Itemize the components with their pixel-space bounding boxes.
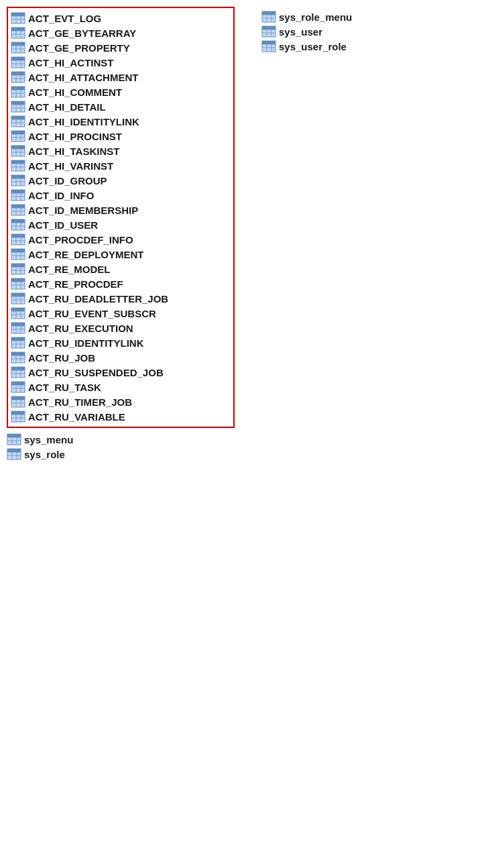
svg-rect-163 (11, 411, 25, 415)
item-label: ACT_ID_INFO (28, 190, 94, 201)
item-label: ACT_ID_GROUP (28, 175, 107, 186)
item-label: ACT_GE_BYTEARRAY (28, 28, 136, 39)
list-item: ACT_HI_IDENTITYLINK (11, 114, 229, 129)
list-item: ACT_RU_TASK (11, 380, 229, 394)
list-item: ACT_HI_COMMENT (11, 85, 229, 99)
svg-rect-139 (11, 352, 25, 356)
table-icon (11, 12, 25, 24)
table-icon (261, 25, 276, 38)
list-item: sys_role_menu (261, 9, 396, 24)
table-icon (11, 307, 25, 319)
table-icon (11, 292, 25, 305)
svg-rect-175 (7, 449, 21, 452)
item-label: ACT_RU_TIMER_JOB (28, 396, 132, 408)
svg-rect-97 (11, 249, 25, 252)
table-icon (11, 145, 25, 157)
svg-rect-169 (7, 434, 21, 437)
item-label: ACT_HI_DETAIL (28, 101, 106, 113)
item-label: ACT_HI_IDENTITYLINK (28, 116, 139, 127)
list-item: ACT_RU_EVENT_SUBSCR (11, 306, 229, 321)
red-box: ACT_EVT_LOGACT_GE_BYTEARRAYACT_GE_PROPER… (7, 7, 235, 428)
table-icon (11, 248, 25, 260)
list-item: ACT_HI_DETAIL (11, 99, 229, 114)
list-item: ACT_RU_SUSPENDED_JOB (11, 365, 229, 380)
item-label: ACT_HI_TASKINST (28, 146, 119, 157)
item-label: ACT_RE_PROCDEF (28, 278, 123, 290)
list-item: sys_user (261, 24, 396, 39)
table-icon (7, 433, 21, 445)
list-item: ACT_RU_VARIABLE (11, 409, 229, 424)
svg-rect-151 (11, 382, 25, 385)
table-icon (11, 322, 25, 334)
item-label: ACT_HI_COMMENT (28, 87, 122, 98)
item-label: ACT_HI_PROCINST (28, 131, 122, 142)
item-label: ACT_ID_MEMBERSHIP (28, 205, 138, 216)
below-box: sys_menusys_role (7, 432, 248, 462)
list-item: ACT_ID_GROUP (11, 173, 229, 188)
table-icon (11, 263, 25, 275)
svg-rect-31 (11, 87, 25, 90)
svg-rect-55 (11, 146, 25, 149)
item-label: ACT_RU_DEADLETTER_JOB (28, 293, 168, 305)
list-item: sys_menu (7, 432, 248, 447)
table-icon (11, 160, 25, 172)
svg-rect-1 (11, 13, 25, 16)
list-item: ACT_HI_ATTACHMENT (11, 70, 229, 85)
table-icon (11, 71, 25, 83)
item-label: ACT_EVT_LOG (28, 13, 101, 24)
svg-rect-181 (262, 11, 276, 15)
item-label: ACT_RU_EVENT_SUBSCR (28, 308, 156, 319)
table-icon (11, 27, 25, 39)
list-item: ACT_RU_IDENTITYLINK (11, 335, 229, 350)
svg-rect-121 (11, 308, 25, 311)
svg-rect-61 (11, 160, 25, 164)
table-icon (11, 42, 25, 54)
item-label: ACT_RU_EXECUTION (28, 323, 133, 334)
table-icon (11, 337, 25, 349)
list-item: ACT_RU_EXECUTION (11, 321, 229, 335)
item-label: ACT_RU_JOB (28, 352, 95, 364)
svg-rect-7 (11, 28, 25, 31)
item-label: ACT_HI_VARINST (28, 160, 113, 172)
table-icon (7, 448, 21, 460)
list-item: ACT_RU_TIMER_JOB (11, 394, 229, 409)
item-label: ACT_ID_USER (28, 219, 98, 231)
svg-rect-187 (262, 26, 276, 30)
item-label: ACT_RU_SUSPENDED_JOB (28, 367, 164, 378)
item-label: ACT_RU_VARIABLE (28, 411, 125, 423)
item-label: ACT_PROCDEF_INFO (28, 234, 133, 246)
svg-rect-91 (11, 234, 25, 237)
svg-rect-145 (11, 367, 25, 370)
list-item: ACT_GE_BYTEARRAY (11, 25, 229, 40)
list-item: ACT_EVT_LOG (11, 11, 229, 25)
table-icon (11, 396, 25, 408)
item-label: sys_role_menu (279, 11, 352, 23)
item-label: ACT_RU_IDENTITYLINK (28, 337, 144, 349)
table-icon (261, 40, 276, 52)
item-label: ACT_RE_MODEL (28, 264, 111, 275)
item-label: ACT_GE_PROPERTY (28, 42, 130, 54)
list-item: ACT_RE_MODEL (11, 262, 229, 276)
svg-rect-67 (11, 175, 25, 178)
table-icon (11, 86, 25, 98)
list-item: ACT_RE_PROCDEF (11, 276, 229, 291)
table-icon (11, 411, 25, 423)
svg-rect-43 (11, 116, 25, 119)
list-item: ACT_HI_VARINST (11, 158, 229, 173)
table-icon (11, 130, 25, 142)
svg-rect-157 (11, 396, 25, 400)
svg-rect-85 (11, 219, 25, 223)
svg-rect-37 (11, 101, 25, 105)
svg-rect-79 (11, 205, 25, 208)
table-icon (11, 233, 25, 246)
left-column: ACT_EVT_LOGACT_GE_BYTEARRAYACT_GE_PROPER… (7, 7, 248, 462)
svg-rect-25 (11, 72, 25, 75)
list-item: ACT_ID_MEMBERSHIP (11, 203, 229, 217)
item-label: ACT_HI_ATTACHMENT (28, 72, 138, 83)
svg-rect-49 (11, 131, 25, 134)
list-item: ACT_RU_JOB (11, 350, 229, 365)
list-item: sys_role (7, 447, 248, 462)
table-icon (11, 174, 25, 186)
list-item: ACT_HI_PROCINST (11, 129, 229, 144)
list-item: ACT_HI_TASKINST (11, 144, 229, 158)
